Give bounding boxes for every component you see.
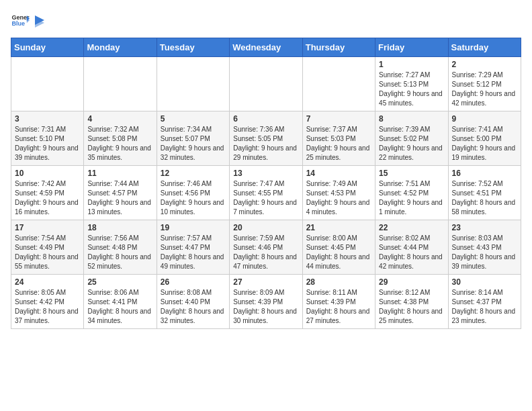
day-info: Sunrise: 7:39 AM Sunset: 5:02 PM Dayligh… bbox=[379, 125, 444, 163]
calendar-header-sunday: Sunday bbox=[11, 38, 84, 57]
day-info: Sunrise: 7:36 AM Sunset: 5:05 PM Dayligh… bbox=[233, 125, 298, 163]
day-number: 7 bbox=[306, 114, 371, 124]
calendar-cell: 5Sunrise: 7:34 AM Sunset: 5:07 PM Daylig… bbox=[157, 111, 229, 166]
calendar-cell: 27Sunrise: 8:09 AM Sunset: 4:39 PM Dayli… bbox=[230, 275, 302, 329]
calendar-header-monday: Monday bbox=[84, 38, 157, 57]
day-info: Sunrise: 7:42 AM Sunset: 4:59 PM Dayligh… bbox=[15, 179, 80, 217]
day-number: 22 bbox=[379, 223, 444, 232]
day-info: Sunrise: 7:49 AM Sunset: 4:53 PM Dayligh… bbox=[306, 179, 371, 217]
day-info: Sunrise: 7:27 AM Sunset: 5:13 PM Dayligh… bbox=[379, 71, 444, 108]
calendar-cell: 10Sunrise: 7:42 AM Sunset: 4:59 PM Dayli… bbox=[11, 166, 84, 220]
calendar-header-row: SundayMondayTuesdayWednesdayThursdayFrid… bbox=[11, 38, 521, 57]
day-number: 17 bbox=[15, 223, 80, 232]
day-number: 3 bbox=[15, 114, 80, 124]
calendar-cell: 13Sunrise: 7:47 AM Sunset: 4:55 PM Dayli… bbox=[230, 166, 302, 220]
calendar-cell: 23Sunrise: 8:03 AM Sunset: 4:43 PM Dayli… bbox=[448, 220, 521, 275]
calendar-cell: 6Sunrise: 7:36 AM Sunset: 5:05 PM Daylig… bbox=[230, 111, 302, 166]
calendar-cell: 1Sunrise: 7:27 AM Sunset: 5:13 PM Daylig… bbox=[375, 57, 448, 111]
calendar-cell: 19Sunrise: 7:57 AM Sunset: 4:47 PM Dayli… bbox=[157, 220, 229, 275]
day-number: 5 bbox=[161, 114, 226, 124]
calendar-cell bbox=[157, 57, 229, 111]
calendar-cell: 3Sunrise: 7:31 AM Sunset: 5:10 PM Daylig… bbox=[11, 111, 84, 166]
day-number: 15 bbox=[379, 169, 444, 178]
day-number: 19 bbox=[161, 223, 226, 232]
day-info: Sunrise: 8:03 AM Sunset: 4:43 PM Dayligh… bbox=[452, 234, 517, 271]
calendar-cell: 2Sunrise: 7:29 AM Sunset: 5:12 PM Daylig… bbox=[448, 57, 521, 111]
day-number: 25 bbox=[87, 277, 152, 287]
day-info: Sunrise: 7:31 AM Sunset: 5:10 PM Dayligh… bbox=[15, 125, 80, 163]
calendar-cell: 16Sunrise: 7:52 AM Sunset: 4:51 PM Dayli… bbox=[448, 166, 521, 220]
day-info: Sunrise: 8:06 AM Sunset: 4:41 PM Dayligh… bbox=[87, 288, 152, 326]
calendar-header-thursday: Thursday bbox=[302, 38, 375, 57]
calendar-cell: 18Sunrise: 7:56 AM Sunset: 4:48 PM Dayli… bbox=[84, 220, 157, 275]
day-number: 18 bbox=[87, 223, 152, 232]
day-info: Sunrise: 8:00 AM Sunset: 4:45 PM Dayligh… bbox=[306, 234, 371, 271]
day-info: Sunrise: 7:32 AM Sunset: 5:08 PM Dayligh… bbox=[87, 125, 152, 163]
day-info: Sunrise: 7:57 AM Sunset: 4:47 PM Dayligh… bbox=[161, 234, 226, 271]
calendar-cell: 8Sunrise: 7:39 AM Sunset: 5:02 PM Daylig… bbox=[375, 111, 448, 166]
calendar-week-row: 17Sunrise: 7:54 AM Sunset: 4:49 PM Dayli… bbox=[11, 220, 521, 275]
day-number: 21 bbox=[306, 223, 371, 232]
day-info: Sunrise: 7:54 AM Sunset: 4:49 PM Dayligh… bbox=[15, 234, 80, 271]
day-number: 2 bbox=[452, 60, 517, 69]
day-info: Sunrise: 7:52 AM Sunset: 4:51 PM Dayligh… bbox=[452, 179, 517, 217]
logo-arrow-icon bbox=[32, 13, 44, 28]
day-info: Sunrise: 7:59 AM Sunset: 4:46 PM Dayligh… bbox=[233, 234, 298, 271]
day-number: 30 bbox=[452, 277, 517, 287]
calendar-cell: 4Sunrise: 7:32 AM Sunset: 5:08 PM Daylig… bbox=[84, 111, 157, 166]
calendar-cell: 30Sunrise: 8:14 AM Sunset: 4:37 PM Dayli… bbox=[448, 275, 521, 329]
day-info: Sunrise: 7:46 AM Sunset: 4:56 PM Dayligh… bbox=[161, 179, 226, 217]
day-number: 4 bbox=[87, 114, 152, 124]
calendar-cell: 24Sunrise: 8:05 AM Sunset: 4:42 PM Dayli… bbox=[11, 275, 84, 329]
day-number: 9 bbox=[452, 114, 517, 124]
day-info: Sunrise: 8:11 AM Sunset: 4:39 PM Dayligh… bbox=[306, 288, 371, 326]
day-info: Sunrise: 7:44 AM Sunset: 4:57 PM Dayligh… bbox=[87, 179, 152, 217]
calendar-cell bbox=[302, 57, 375, 111]
calendar-table: SundayMondayTuesdayWednesdayThursdayFrid… bbox=[11, 38, 521, 329]
calendar-cell: 9Sunrise: 7:41 AM Sunset: 5:00 PM Daylig… bbox=[448, 111, 521, 166]
day-info: Sunrise: 7:37 AM Sunset: 5:03 PM Dayligh… bbox=[306, 125, 371, 163]
day-info: Sunrise: 7:41 AM Sunset: 5:00 PM Dayligh… bbox=[452, 125, 517, 163]
calendar-cell: 26Sunrise: 8:08 AM Sunset: 4:40 PM Dayli… bbox=[157, 275, 229, 329]
calendar-cell: 17Sunrise: 7:54 AM Sunset: 4:49 PM Dayli… bbox=[11, 220, 84, 275]
day-number: 26 bbox=[161, 277, 226, 287]
day-info: Sunrise: 7:29 AM Sunset: 5:12 PM Dayligh… bbox=[452, 71, 517, 108]
day-number: 28 bbox=[306, 277, 371, 287]
calendar-cell: 20Sunrise: 7:59 AM Sunset: 4:46 PM Dayli… bbox=[230, 220, 302, 275]
day-number: 11 bbox=[87, 169, 152, 178]
calendar-header-friday: Friday bbox=[375, 38, 448, 57]
day-number: 29 bbox=[379, 277, 444, 287]
day-number: 14 bbox=[306, 169, 371, 178]
day-number: 16 bbox=[452, 169, 517, 178]
calendar-cell: 12Sunrise: 7:46 AM Sunset: 4:56 PM Dayli… bbox=[157, 166, 229, 220]
day-number: 10 bbox=[15, 169, 80, 178]
calendar-cell bbox=[84, 57, 157, 111]
calendar-cell bbox=[11, 57, 84, 111]
day-info: Sunrise: 8:08 AM Sunset: 4:40 PM Dayligh… bbox=[161, 288, 226, 326]
calendar-header-tuesday: Tuesday bbox=[157, 38, 229, 57]
calendar-cell: 7Sunrise: 7:37 AM Sunset: 5:03 PM Daylig… bbox=[302, 111, 375, 166]
calendar-week-row: 1Sunrise: 7:27 AM Sunset: 5:13 PM Daylig… bbox=[11, 57, 521, 111]
calendar-cell: 21Sunrise: 8:00 AM Sunset: 4:45 PM Dayli… bbox=[302, 220, 375, 275]
svg-text:Blue: Blue bbox=[11, 20, 25, 27]
day-info: Sunrise: 7:34 AM Sunset: 5:07 PM Dayligh… bbox=[161, 125, 226, 163]
day-number: 8 bbox=[379, 114, 444, 124]
calendar-cell: 15Sunrise: 7:51 AM Sunset: 4:52 PM Dayli… bbox=[375, 166, 448, 220]
day-info: Sunrise: 8:02 AM Sunset: 4:44 PM Dayligh… bbox=[379, 234, 444, 271]
calendar-cell: 25Sunrise: 8:06 AM Sunset: 4:41 PM Dayli… bbox=[84, 275, 157, 329]
calendar-week-row: 3Sunrise: 7:31 AM Sunset: 5:10 PM Daylig… bbox=[11, 111, 521, 166]
day-number: 12 bbox=[161, 169, 226, 178]
calendar-cell: 11Sunrise: 7:44 AM Sunset: 4:57 PM Dayli… bbox=[84, 166, 157, 220]
calendar-cell: 29Sunrise: 8:12 AM Sunset: 4:38 PM Dayli… bbox=[375, 275, 448, 329]
day-info: Sunrise: 8:05 AM Sunset: 4:42 PM Dayligh… bbox=[15, 288, 80, 326]
day-info: Sunrise: 8:14 AM Sunset: 4:37 PM Dayligh… bbox=[452, 288, 517, 326]
day-number: 23 bbox=[452, 223, 517, 232]
calendar-cell: 22Sunrise: 8:02 AM Sunset: 4:44 PM Dayli… bbox=[375, 220, 448, 275]
day-number: 1 bbox=[379, 60, 444, 69]
day-info: Sunrise: 7:56 AM Sunset: 4:48 PM Dayligh… bbox=[87, 234, 152, 271]
calendar-week-row: 10Sunrise: 7:42 AM Sunset: 4:59 PM Dayli… bbox=[11, 166, 521, 220]
calendar-header-saturday: Saturday bbox=[448, 38, 521, 57]
logo: General Blue bbox=[11, 11, 44, 30]
day-number: 6 bbox=[233, 114, 298, 124]
logo-icon: General Blue bbox=[11, 11, 30, 30]
